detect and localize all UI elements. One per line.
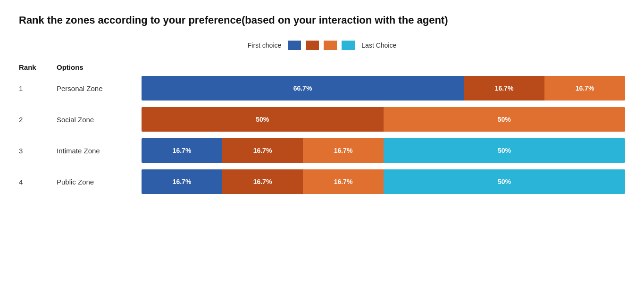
bar-track: 16.7%16.7%16.7%50% [142,169,625,194]
legend-first-choice-label: First choice [248,42,282,49]
chart-rows: 1Personal Zone66.7%16.7%16.7%2Social Zon… [19,76,625,194]
legend-color-dark-orange [306,41,319,50]
rank-number: 3 [19,147,57,155]
legend-last-choice-label: Last Choice [361,42,396,49]
legend: First choice Last Choice [19,41,625,50]
bar-track: 16.7%16.7%16.7%50% [142,138,625,163]
bar-track: 50%50% [142,107,625,132]
rank-number: 4 [19,178,57,186]
page-title: Rank the zones according to your prefere… [19,14,625,26]
bar-segment-blue: 66.7% [142,76,464,100]
header-options: Options [57,63,142,71]
bar-segment-orange: 16.7% [303,169,384,194]
table-header: Rank Options [19,63,625,71]
option-name: Personal Zone [57,84,142,92]
bar-segment-orange: 16.7% [303,138,384,163]
chart-container: Rank Options 1Personal Zone66.7%16.7%16.… [19,63,625,194]
legend-color-cyan [342,41,355,50]
option-name: Intimate Zone [57,147,142,155]
table-row: 3Intimate Zone16.7%16.7%16.7%50% [19,138,625,163]
option-name: Social Zone [57,116,142,124]
bar-segment-dark-orange: 16.7% [222,138,303,163]
bar-segment-orange: 50% [384,107,626,132]
header-rank: Rank [19,63,57,71]
bar-segment-dark-orange: 16.7% [464,76,544,100]
legend-color-blue [288,41,301,50]
bar-track: 66.7%16.7%16.7% [142,76,625,100]
option-name: Public Zone [57,178,142,186]
table-row: 2Social Zone50%50% [19,107,625,132]
bar-segment-cyan: 50% [384,169,625,194]
bar-segment-cyan: 50% [384,138,625,163]
bar-segment-blue: 16.7% [142,169,222,194]
rank-number: 1 [19,84,57,92]
bar-segment-blue: 16.7% [142,138,222,163]
legend-color-orange [324,41,337,50]
rank-number: 2 [19,116,57,124]
bar-segment-dark-orange: 50% [142,107,384,132]
table-row: 4Public Zone16.7%16.7%16.7%50% [19,169,625,194]
table-row: 1Personal Zone66.7%16.7%16.7% [19,76,625,100]
bar-segment-orange: 16.7% [544,76,625,100]
bar-segment-dark-orange: 16.7% [222,169,303,194]
